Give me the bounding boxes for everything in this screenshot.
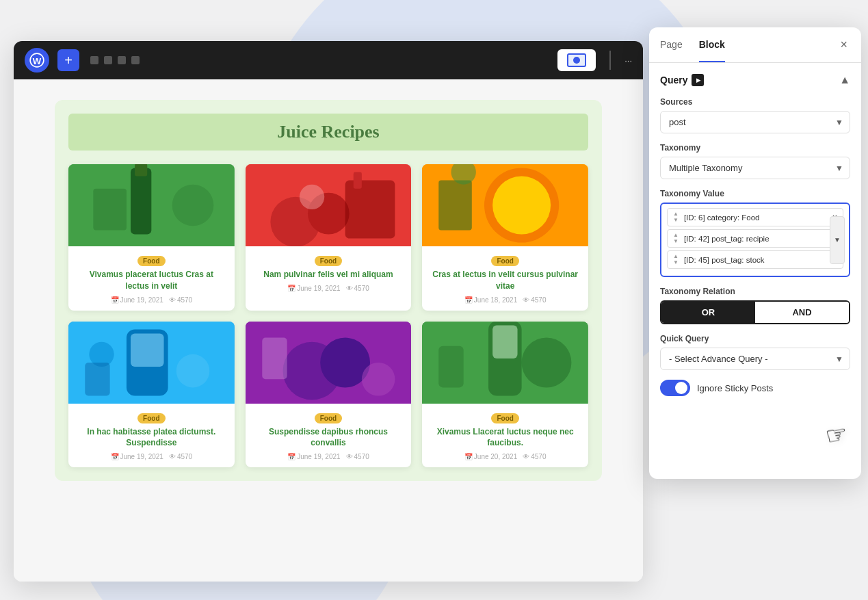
card-views-6: 👁 4570 xyxy=(523,453,546,460)
card-body-1: Food Vivamus placerat luctus Cras at lec… xyxy=(68,246,235,311)
food-badge-5: Food xyxy=(315,413,342,423)
quick-query-field: Quick Query - Select Advance Query - ▼ xyxy=(660,334,850,370)
query-section-header: Query ▲ xyxy=(660,74,850,86)
preview-dot xyxy=(573,57,580,64)
relation-and-button[interactable]: AND xyxy=(755,302,849,323)
card-body-6: Food Xivamus Llacerat luctus neque nec f… xyxy=(422,404,588,468)
sources-field: Sources post page custom ▼ xyxy=(660,97,850,133)
card-body-3: Food Cras at lectus in velit cursus pulv… xyxy=(422,246,588,311)
taxonomy-tag-2: ▲ ▼ [ID: 42] post_tag: recipie × xyxy=(667,229,843,248)
wp-editor: W + ··· Juice Recipes xyxy=(14,41,643,582)
recipe-card: Food Xivamus Llacerat luctus neque nec f… xyxy=(422,322,588,468)
relation-or-button[interactable]: OR xyxy=(661,302,755,323)
tag-arrows-2[interactable]: ▲ ▼ xyxy=(673,233,679,244)
card-image-6 xyxy=(422,322,588,404)
toolbar-dot xyxy=(131,56,140,64)
tag-up-1[interactable]: ▲ xyxy=(673,211,679,217)
quick-query-label: Quick Query xyxy=(660,334,850,343)
recipe-title: Juice Recipes xyxy=(82,122,575,142)
tag-text-2: [ID: 42] post_tag: recipie xyxy=(684,235,828,243)
card-title-2: Nam pulvinar felis vel mi aliquam xyxy=(254,269,404,281)
card-meta-6: 📅 June 20, 2021 👁 4570 xyxy=(430,453,580,460)
svg-rect-20 xyxy=(131,333,164,367)
taxonomy-select[interactable]: Multiple Taxonomy Single Taxonomy xyxy=(660,157,850,179)
tag-down-1[interactable]: ▼ xyxy=(673,218,679,223)
tag-text-3: [ID: 45] post_tag: stock xyxy=(684,256,828,264)
recipe-card: Food Nam pulvinar felis vel mi aliquam 📅… xyxy=(246,164,412,311)
card-views-3: 👁 4570 xyxy=(523,296,546,304)
sources-select[interactable]: post page custom xyxy=(660,111,850,133)
card-title-1: Vivamus placerat luctus Cras at lectus i… xyxy=(77,269,226,292)
right-panel: Page Block × Query ▲ Sources post page c… xyxy=(649,27,861,479)
card-title-3: Cras at lectus in velit cursus pulvinar … xyxy=(430,269,580,292)
card-body-4: Food In hac habitasse platea dictumst. S… xyxy=(68,404,235,468)
close-button[interactable]: × xyxy=(837,35,850,55)
taxonomy-scroll-btn[interactable]: ▼ xyxy=(830,216,845,264)
card-views-5: 👁 4570 xyxy=(346,453,369,460)
card-date-6: 📅 June 20, 2021 xyxy=(464,453,517,460)
card-image-4 xyxy=(68,322,235,404)
preview-icon xyxy=(567,53,586,67)
recipe-card: Food Vivamus placerat luctus Cras at lec… xyxy=(68,164,235,311)
svg-rect-31 xyxy=(492,325,517,358)
collapse-icon[interactable]: ▲ xyxy=(839,74,850,86)
card-meta-5: 📅 June 19, 2021 👁 4570 xyxy=(254,453,404,460)
tag-arrows-3[interactable]: ▲ ▼ xyxy=(673,254,679,265)
svg-point-15 xyxy=(492,177,551,235)
svg-rect-16 xyxy=(439,181,473,231)
taxonomy-field: Taxonomy Multiple Taxonomy Single Taxono… xyxy=(660,143,850,179)
svg-text:W: W xyxy=(33,56,42,66)
sources-select-wrapper: post page custom ▼ xyxy=(660,111,850,133)
ignore-sticky-label: Ignore Sticky Posts xyxy=(697,383,773,393)
svg-rect-27 xyxy=(262,337,287,379)
card-image-2 xyxy=(246,164,412,246)
query-section-title: Query xyxy=(660,74,704,86)
taxonomy-label: Taxonomy xyxy=(660,143,850,153)
wp-toolbar: W + ··· xyxy=(14,41,643,79)
quick-query-select[interactable]: - Select Advance Query - xyxy=(660,348,850,370)
add-block-button[interactable]: + xyxy=(57,49,79,71)
tag-up-2[interactable]: ▲ xyxy=(673,233,679,238)
card-date-1: 📅 June 19, 2021 xyxy=(111,296,163,304)
taxonomy-value-box[interactable]: ▲ ▼ [ID: 6] category: Food × ▲ ▼ [ID: 42… xyxy=(660,203,850,277)
panel-tabs: Page Block xyxy=(660,28,837,62)
tag-arrows-1[interactable]: ▲ ▼ xyxy=(673,211,679,223)
card-meta-1: 📅 June 19, 2021 👁 4570 xyxy=(77,296,226,304)
tab-page[interactable]: Page xyxy=(660,28,683,62)
tag-down-3[interactable]: ▼ xyxy=(673,260,679,265)
recipe-block: Juice Recipes Food xyxy=(55,100,602,481)
card-image-5 xyxy=(246,322,412,404)
recipe-title-bar: Juice Recipes xyxy=(68,114,588,151)
toolbar-dots xyxy=(90,56,140,64)
preview-button[interactable] xyxy=(557,49,596,71)
svg-point-5 xyxy=(172,185,214,226)
food-badge-3: Food xyxy=(491,256,518,266)
svg-point-28 xyxy=(362,363,395,396)
svg-point-21 xyxy=(176,354,210,387)
ignore-sticky-toggle[interactable] xyxy=(660,380,690,396)
taxonomy-relation-field: Taxonomy Relation OR AND xyxy=(660,287,850,324)
card-title-4: In hac habitasse platea dictumst. Suspen… xyxy=(77,426,226,449)
recipe-card: Food Cras at lectus in velit cursus pulv… xyxy=(422,164,588,311)
panel-header: Page Block × xyxy=(649,27,861,63)
card-date-5: 📅 June 19, 2021 xyxy=(287,453,340,460)
svg-point-32 xyxy=(522,337,572,387)
svg-rect-6 xyxy=(93,189,127,231)
card-views-1: 👁 4570 xyxy=(169,296,192,304)
food-badge-1: Food xyxy=(137,256,165,266)
tag-up-3[interactable]: ▲ xyxy=(673,254,679,259)
play-icon xyxy=(692,74,704,86)
card-meta-3: 📅 June 18, 2021 👁 4570 xyxy=(430,296,580,304)
tab-block[interactable]: Block xyxy=(699,28,725,62)
wp-content: Juice Recipes Food xyxy=(14,79,643,582)
cards-grid: Food Vivamus placerat luctus Cras at lec… xyxy=(68,164,588,467)
card-date-4: 📅 June 19, 2021 xyxy=(111,453,163,460)
svg-rect-3 xyxy=(131,168,151,234)
more-menu[interactable]: ··· xyxy=(624,55,632,66)
card-date-2: 📅 June 19, 2021 xyxy=(287,285,340,292)
card-title-5: Suspendisse dapibus rhoncus convallis xyxy=(254,426,404,449)
tag-down-2[interactable]: ▼ xyxy=(673,239,679,244)
taxonomy-tag-3: ▲ ▼ [ID: 45] post_tag: stock × xyxy=(667,250,843,269)
card-image-1 xyxy=(68,164,235,246)
card-body-2: Food Nam pulvinar felis vel mi aliquam 📅… xyxy=(246,246,412,299)
